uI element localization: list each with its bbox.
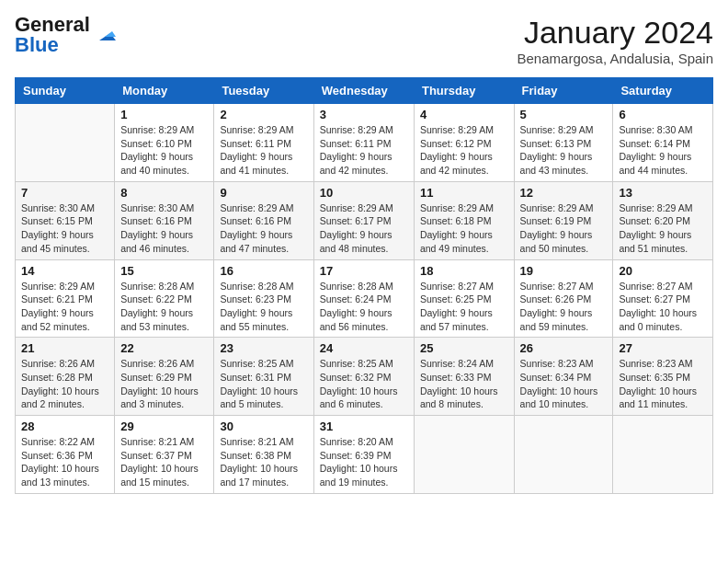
day-number: 30 (220, 419, 307, 433)
day-number: 1 (120, 108, 208, 121)
day-number: 26 (520, 341, 608, 355)
calendar-week-row: 1Sunrise: 8:29 AM Sunset: 6:10 PM Daylig… (16, 104, 713, 182)
day-info: Sunrise: 8:29 AM Sunset: 6:17 PM Dayligh… (320, 201, 408, 256)
location-subtitle: Benamargosa, Andalusia, Spain (518, 51, 713, 66)
day-number: 13 (619, 186, 707, 200)
day-info: Sunrise: 8:26 AM Sunset: 6:29 PM Dayligh… (120, 357, 208, 411)
calendar-cell (613, 416, 713, 494)
day-number: 7 (21, 186, 108, 200)
calendar-cell (514, 416, 613, 494)
day-number: 21 (21, 341, 108, 355)
day-info: Sunrise: 8:26 AM Sunset: 6:28 PM Dayligh… (21, 357, 108, 411)
day-number: 25 (420, 341, 508, 355)
calendar-cell: 1Sunrise: 8:29 AM Sunset: 6:10 PM Daylig… (115, 104, 214, 182)
day-number: 29 (120, 419, 208, 433)
calendar-header-row: SundayMondayTuesdayWednesdayThursdayFrid… (16, 78, 713, 104)
day-info: Sunrise: 8:21 AM Sunset: 6:37 PM Dayligh… (120, 435, 208, 489)
col-header-tuesday: Tuesday (214, 78, 313, 104)
day-number: 18 (420, 264, 508, 278)
calendar-cell: 11Sunrise: 8:29 AM Sunset: 6:18 PM Dayli… (414, 181, 514, 259)
day-info: Sunrise: 8:20 AM Sunset: 6:39 PM Dayligh… (320, 435, 408, 489)
calendar-cell: 30Sunrise: 8:21 AM Sunset: 6:38 PM Dayli… (214, 416, 313, 494)
logo-blue: Blue (15, 35, 90, 55)
day-info: Sunrise: 8:23 AM Sunset: 6:34 PM Dayligh… (520, 357, 608, 411)
day-number: 4 (420, 108, 508, 121)
day-number: 3 (320, 108, 408, 121)
calendar-cell: 6Sunrise: 8:30 AM Sunset: 6:14 PM Daylig… (613, 104, 713, 182)
day-info: Sunrise: 8:29 AM Sunset: 6:21 PM Dayligh… (21, 280, 108, 334)
title-block: January 2024 Benamargosa, Andalusia, Spa… (518, 15, 713, 66)
day-info: Sunrise: 8:29 AM Sunset: 6:13 PM Dayligh… (520, 123, 608, 178)
calendar-cell: 13Sunrise: 8:29 AM Sunset: 6:20 PM Dayli… (613, 181, 713, 259)
svg-marker-1 (105, 31, 116, 37)
calendar-cell: 10Sunrise: 8:29 AM Sunset: 6:17 PM Dayli… (313, 181, 414, 259)
calendar-cell: 2Sunrise: 8:29 AM Sunset: 6:11 PM Daylig… (214, 104, 313, 182)
day-number: 10 (320, 186, 408, 200)
calendar-cell: 17Sunrise: 8:28 AM Sunset: 6:24 PM Dayli… (313, 259, 414, 338)
day-info: Sunrise: 8:29 AM Sunset: 6:19 PM Dayligh… (520, 201, 608, 256)
day-number: 8 (120, 186, 208, 200)
calendar-cell: 15Sunrise: 8:28 AM Sunset: 6:22 PM Dayli… (115, 259, 214, 338)
day-number: 11 (420, 186, 508, 200)
day-number: 15 (120, 264, 208, 278)
day-info: Sunrise: 8:24 AM Sunset: 6:33 PM Dayligh… (420, 357, 508, 411)
calendar-cell: 22Sunrise: 8:26 AM Sunset: 6:29 PM Dayli… (115, 338, 214, 416)
calendar-cell: 29Sunrise: 8:21 AM Sunset: 6:37 PM Dayli… (115, 416, 214, 494)
day-info: Sunrise: 8:28 AM Sunset: 6:24 PM Dayligh… (320, 280, 408, 334)
day-info: Sunrise: 8:25 AM Sunset: 6:31 PM Dayligh… (220, 357, 307, 411)
day-number: 27 (619, 341, 707, 355)
calendar-cell: 20Sunrise: 8:27 AM Sunset: 6:27 PM Dayli… (613, 259, 713, 338)
col-header-saturday: Saturday (613, 78, 713, 104)
day-info: Sunrise: 8:29 AM Sunset: 6:11 PM Dayligh… (220, 123, 307, 178)
page-header: General Blue January 2024 Benamargosa, A… (15, 15, 713, 66)
calendar-cell: 27Sunrise: 8:23 AM Sunset: 6:35 PM Dayli… (613, 338, 713, 416)
logo-general: General (15, 15, 90, 35)
calendar-week-row: 28Sunrise: 8:22 AM Sunset: 6:36 PM Dayli… (16, 416, 713, 494)
day-info: Sunrise: 8:25 AM Sunset: 6:32 PM Dayligh… (320, 357, 408, 411)
day-info: Sunrise: 8:29 AM Sunset: 6:11 PM Dayligh… (320, 123, 408, 178)
day-number: 24 (320, 341, 408, 355)
calendar-cell: 7Sunrise: 8:30 AM Sunset: 6:15 PM Daylig… (16, 181, 115, 259)
calendar-cell (414, 416, 514, 494)
calendar-cell: 28Sunrise: 8:22 AM Sunset: 6:36 PM Dayli… (16, 416, 115, 494)
day-number: 12 (520, 186, 608, 200)
day-info: Sunrise: 8:21 AM Sunset: 6:38 PM Dayligh… (220, 435, 307, 489)
day-info: Sunrise: 8:27 AM Sunset: 6:26 PM Dayligh… (520, 280, 608, 334)
logo: General Blue (15, 15, 116, 55)
day-number: 2 (220, 108, 307, 121)
day-info: Sunrise: 8:29 AM Sunset: 6:16 PM Dayligh… (220, 201, 307, 256)
day-number: 19 (520, 264, 608, 278)
calendar-cell: 14Sunrise: 8:29 AM Sunset: 6:21 PM Dayli… (16, 259, 115, 338)
calendar-week-row: 14Sunrise: 8:29 AM Sunset: 6:21 PM Dayli… (16, 259, 713, 338)
calendar-cell (16, 104, 115, 182)
calendar-cell: 16Sunrise: 8:28 AM Sunset: 6:23 PM Dayli… (214, 259, 313, 338)
day-number: 31 (320, 419, 408, 433)
day-number: 5 (520, 108, 608, 121)
calendar-table: SundayMondayTuesdayWednesdayThursdayFrid… (15, 77, 713, 494)
day-number: 22 (120, 341, 208, 355)
day-number: 16 (220, 264, 307, 278)
day-number: 20 (619, 264, 707, 278)
col-header-thursday: Thursday (414, 78, 514, 104)
day-info: Sunrise: 8:29 AM Sunset: 6:12 PM Dayligh… (420, 123, 508, 178)
calendar-cell: 25Sunrise: 8:24 AM Sunset: 6:33 PM Dayli… (414, 338, 514, 416)
col-header-wednesday: Wednesday (313, 78, 414, 104)
calendar-cell: 4Sunrise: 8:29 AM Sunset: 6:12 PM Daylig… (414, 104, 514, 182)
day-info: Sunrise: 8:28 AM Sunset: 6:22 PM Dayligh… (120, 280, 208, 334)
day-info: Sunrise: 8:28 AM Sunset: 6:23 PM Dayligh… (220, 280, 307, 334)
day-number: 17 (320, 264, 408, 278)
day-info: Sunrise: 8:27 AM Sunset: 6:27 PM Dayligh… (619, 280, 707, 334)
calendar-cell: 24Sunrise: 8:25 AM Sunset: 6:32 PM Dayli… (313, 338, 414, 416)
calendar-cell: 9Sunrise: 8:29 AM Sunset: 6:16 PM Daylig… (214, 181, 313, 259)
calendar-cell: 21Sunrise: 8:26 AM Sunset: 6:28 PM Dayli… (16, 338, 115, 416)
calendar-week-row: 7Sunrise: 8:30 AM Sunset: 6:15 PM Daylig… (16, 181, 713, 259)
calendar-cell: 31Sunrise: 8:20 AM Sunset: 6:39 PM Dayli… (313, 416, 414, 494)
col-header-friday: Friday (514, 78, 613, 104)
logo-icon (94, 24, 116, 46)
calendar-cell: 19Sunrise: 8:27 AM Sunset: 6:26 PM Dayli… (514, 259, 613, 338)
day-number: 14 (21, 264, 108, 278)
month-year-title: January 2024 (518, 15, 713, 51)
day-number: 9 (220, 186, 307, 200)
calendar-cell: 12Sunrise: 8:29 AM Sunset: 6:19 PM Dayli… (514, 181, 613, 259)
calendar-week-row: 21Sunrise: 8:26 AM Sunset: 6:28 PM Dayli… (16, 338, 713, 416)
